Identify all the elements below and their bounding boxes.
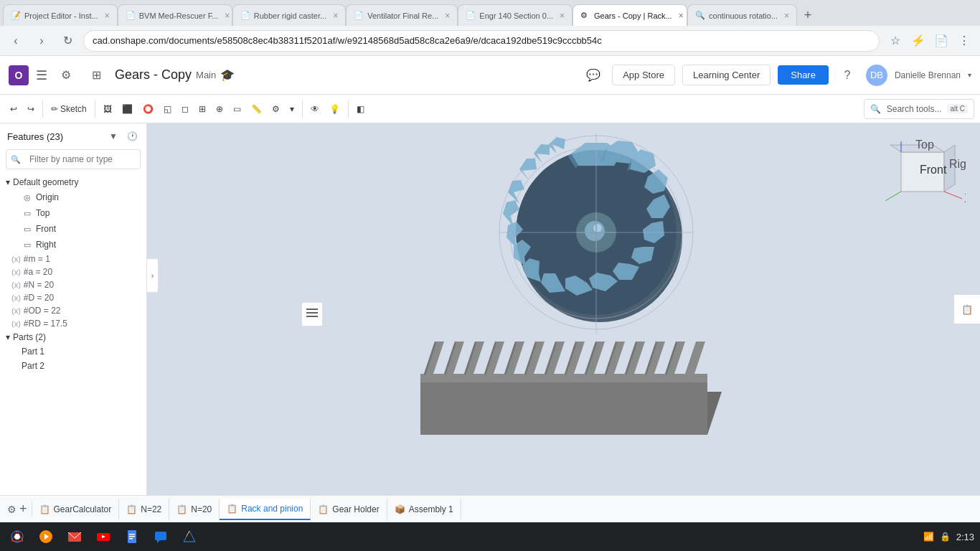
taskbar-youtube[interactable] [92, 525, 115, 548]
bottom-tab-assembly1[interactable]: 📦 Assembly 1 [387, 499, 461, 520]
tree-item-right[interactable]: ▭ Right [16, 237, 146, 253]
new-tab-button[interactable]: + [797, 4, 819, 26]
bottom-tab-gearholder[interactable]: 📋 Gear Holder [311, 499, 387, 520]
tab-engr[interactable]: 📄 Engr 140 Section 0... × [458, 4, 573, 26]
bottom-tab-rackpinion[interactable]: 📋 Rack and pinion [220, 499, 311, 520]
chat-icon[interactable]: 💬 [582, 64, 605, 87]
tab-label-vent: Ventilator Final Re... [367, 11, 438, 20]
bottom-tab-n22[interactable]: 📋 N=22 [119, 499, 169, 520]
section-button[interactable]: ◧ [352, 98, 369, 121]
tree-item-front[interactable]: ▭ Front [16, 221, 146, 237]
app-store-button[interactable]: App Store [612, 65, 675, 85]
var-D[interactable]: (x) #D = 20 [0, 291, 146, 304]
shell-icon[interactable]: ◻ [177, 98, 193, 121]
var-RD[interactable]: (x) #RD = 17.5 [0, 317, 146, 330]
tree-item-top[interactable]: ▭ Top [16, 205, 146, 221]
back-button[interactable]: ‹ [6, 31, 26, 51]
bottom-tab-n20[interactable]: 📋 N=20 [169, 499, 220, 520]
filter-icon[interactable]: ▼ [106, 129, 121, 143]
url-input[interactable] [83, 30, 880, 52]
tab-label-rubber: Rubber rigid caster... [254, 11, 327, 20]
tab-close-engr[interactable]: × [560, 11, 565, 21]
taskbar-docs[interactable] [121, 525, 143, 548]
help-icon[interactable]: ? [836, 64, 859, 87]
default-geometry-section[interactable]: ▾ Default geometry [0, 175, 146, 189]
svg-rect-88 [155, 532, 166, 540]
tab-rubber[interactable]: 📄 Rubber rigid caster... × [232, 4, 347, 26]
var-OD[interactable]: (x) #OD = 22 [0, 304, 146, 317]
render-button[interactable]: 💡 [325, 98, 344, 121]
bottom-tab-gearcalculator[interactable]: 📋 GearCalculator [32, 499, 120, 520]
undo-button[interactable]: ↩ [6, 98, 22, 121]
var-OD-icon: (x) [11, 306, 21, 315]
var-a[interactable]: (x) #a = 20 [0, 265, 146, 278]
user-dropdown-icon[interactable]: ▾ [968, 71, 971, 79]
taskbar-gmail[interactable] [63, 525, 86, 548]
tab-continuous[interactable]: 🔍 continuous rotatio... × [687, 4, 797, 26]
sketch-label: Sketch [60, 104, 87, 114]
taskbar-drive[interactable] [178, 525, 201, 548]
more-tools-btn[interactable]: ▾ [286, 98, 298, 121]
taskbar-lock-icon: 🔒 [940, 532, 951, 542]
tab-close-gears[interactable]: × [679, 11, 684, 21]
taskbar-chat[interactable] [149, 525, 172, 548]
svg-rect-87 [129, 538, 133, 540]
redo-button[interactable]: ↪ [23, 98, 39, 121]
sketch-button[interactable]: ✏ Sketch [47, 98, 91, 121]
menu-button[interactable]: ⋮ [954, 31, 974, 51]
var-N[interactable]: (x) #N = 20 [0, 278, 146, 291]
fillet-icon[interactable]: ◱ [159, 98, 176, 121]
onshape-logo[interactable]: O [9, 65, 29, 85]
tree-item-part1[interactable]: Part 1 [16, 344, 146, 359]
right-toolbar: 📋 [953, 295, 980, 324]
reload-button[interactable]: ↻ [57, 31, 77, 51]
filter-input[interactable] [24, 150, 136, 169]
hamburger-menu[interactable]: ☰ [36, 67, 47, 83]
right-tool-1[interactable]: 📋 [956, 298, 979, 321]
pdf-button[interactable]: 📄 [931, 31, 951, 51]
mate-icon[interactable]: ⚙ [268, 98, 284, 121]
boolean-icon[interactable]: ⊕ [212, 98, 227, 121]
parts-section[interactable]: ▾ Parts (2) [0, 330, 146, 344]
taskbar-play[interactable] [34, 525, 57, 548]
tab-bvm[interactable]: 📄 BVM Med-Rescuer F... × [118, 4, 232, 26]
part-studio-icon[interactable]: 🖼 [99, 98, 116, 121]
tree-item-origin[interactable]: ◎ Origin [16, 189, 146, 205]
share-button[interactable]: Share [778, 65, 829, 85]
pattern-icon[interactable]: ⊞ [194, 98, 210, 121]
forward-button[interactable]: › [32, 31, 52, 51]
tab-ventilator[interactable]: 📄 Ventilator Final Re... × [346, 4, 458, 26]
list-icon-btn[interactable] [301, 302, 323, 326]
tab-close-project[interactable]: × [105, 11, 110, 21]
plane-icon[interactable]: ▭ [229, 98, 245, 121]
feature-tree: ▾ Default geometry ◎ Origin ▭ Top ▭ Fron… [0, 175, 146, 495]
history-icon[interactable]: 🕐 [125, 129, 139, 143]
user-name[interactable]: Danielle Brennan [895, 70, 961, 80]
tab-close-bvm[interactable]: × [225, 11, 230, 21]
search-tools[interactable]: 🔍 Search tools... alt C [864, 99, 974, 119]
grid-icon[interactable]: ⊞ [85, 64, 108, 87]
extrude-icon[interactable]: ⬛ [118, 98, 137, 121]
tab-close-rubber[interactable]: × [333, 11, 338, 21]
view-cube[interactable]: Front Right Top X Z [880, 138, 966, 224]
document-title: Gears - Copy [115, 67, 192, 83]
tab-gears[interactable]: ⚙ Gears - Copy | Rack... × [573, 4, 687, 26]
bookmark-button[interactable]: ☆ [885, 31, 905, 51]
settings-icon[interactable]: ⚙ [55, 64, 77, 87]
user-avatar[interactable]: DB [866, 65, 887, 86]
viewport[interactable]: Front Right Top X Z 📋 [147, 123, 980, 495]
view-button[interactable]: 👁 [306, 98, 324, 121]
tab-settings-icon[interactable]: ⚙ [7, 504, 17, 515]
learning-center-button[interactable]: Learning Center [682, 65, 771, 85]
tab-close-vent[interactable]: × [445, 11, 450, 21]
taskbar-chrome[interactable] [6, 525, 29, 548]
tab-add-icon[interactable]: + [19, 501, 27, 517]
var-m[interactable]: (x) #m = 1 [0, 253, 146, 265]
revolve-icon[interactable]: ⭕ [138, 98, 158, 121]
measure-icon[interactable]: 📏 [247, 98, 266, 121]
extensions-button[interactable]: ⚡ [908, 31, 928, 51]
var-m-label: #m = 1 [24, 254, 50, 264]
tree-item-part2[interactable]: Part 2 [16, 359, 146, 373]
tab-project-editor[interactable]: 📝 Project Editor - Inst... × [3, 4, 118, 26]
tab-close-continuous[interactable]: × [784, 11, 789, 21]
